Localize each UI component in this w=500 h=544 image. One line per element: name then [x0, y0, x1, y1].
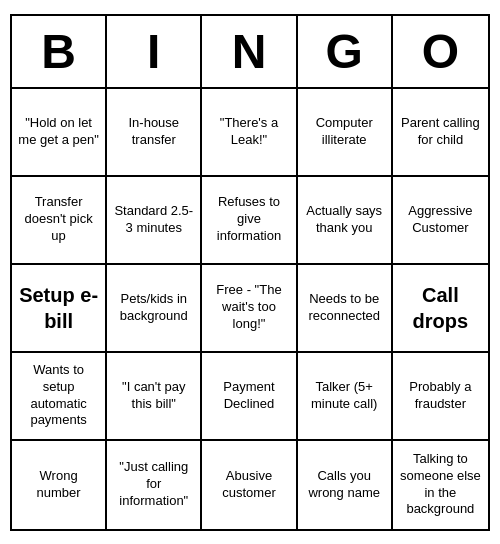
bingo-cell-16[interactable]: "I can't pay this bill" — [107, 353, 202, 441]
bingo-cell-7[interactable]: Refuses to give information — [202, 177, 297, 265]
bingo-cell-11[interactable]: Pets/kids in background — [107, 265, 202, 353]
bingo-cell-6[interactable]: Standard 2.5-3 minutes — [107, 177, 202, 265]
bingo-letter-g: G — [298, 16, 393, 87]
bingo-letter-n: N — [202, 16, 297, 87]
bingo-cell-4[interactable]: Parent calling for child — [393, 89, 488, 177]
bingo-cell-20[interactable]: Wrong number — [12, 441, 107, 529]
bingo-cell-10[interactable]: Setup e-bill — [12, 265, 107, 353]
bingo-card: BINGO "Hold on let me get a pen"In-house… — [10, 14, 490, 531]
bingo-cell-14[interactable]: Call drops — [393, 265, 488, 353]
bingo-cell-17[interactable]: Payment Declined — [202, 353, 297, 441]
bingo-cell-21[interactable]: "Just calling for information" — [107, 441, 202, 529]
bingo-cell-18[interactable]: Talker (5+ minute call) — [298, 353, 393, 441]
bingo-header: BINGO — [12, 16, 488, 89]
bingo-cell-24[interactable]: Talking to someone else in the backgroun… — [393, 441, 488, 529]
bingo-cell-13[interactable]: Needs to be reconnected — [298, 265, 393, 353]
bingo-cell-2[interactable]: "There's a Leak!" — [202, 89, 297, 177]
bingo-cell-0[interactable]: "Hold on let me get a pen" — [12, 89, 107, 177]
bingo-letter-b: B — [12, 16, 107, 87]
bingo-cell-15[interactable]: Wants to setup automatic payments — [12, 353, 107, 441]
bingo-cell-9[interactable]: Aggressive Customer — [393, 177, 488, 265]
bingo-cell-23[interactable]: Calls you wrong name — [298, 441, 393, 529]
bingo-cell-12[interactable]: Free - "The wait's too long!" — [202, 265, 297, 353]
bingo-cell-1[interactable]: In-house transfer — [107, 89, 202, 177]
bingo-grid: "Hold on let me get a pen"In-house trans… — [12, 89, 488, 529]
bingo-cell-22[interactable]: Abusive customer — [202, 441, 297, 529]
bingo-letter-i: I — [107, 16, 202, 87]
bingo-cell-19[interactable]: Probably a fraudster — [393, 353, 488, 441]
bingo-cell-5[interactable]: Transfer doesn't pick up — [12, 177, 107, 265]
bingo-cell-3[interactable]: Computer illiterate — [298, 89, 393, 177]
bingo-letter-o: O — [393, 16, 488, 87]
bingo-cell-8[interactable]: Actually says thank you — [298, 177, 393, 265]
